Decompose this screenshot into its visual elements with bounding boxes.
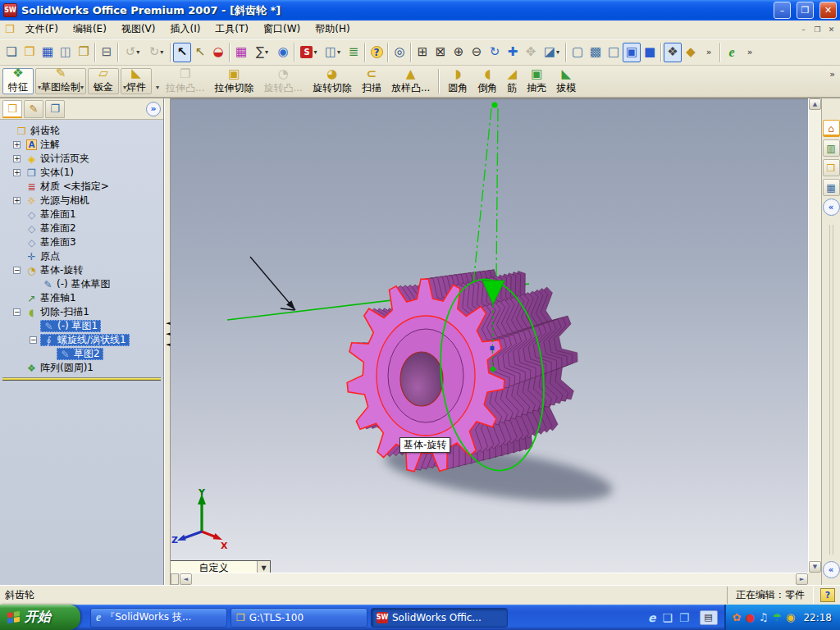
tab-features[interactable]: ❖ 特征 ▾ xyxy=(2,68,34,94)
revolved-cut-button[interactable]: ◕ 旋转切除 xyxy=(308,66,357,96)
taskbar-task-solidworks[interactable]: SW SolidWorks Offic... xyxy=(371,608,508,628)
tree-item[interactable]: ☼光源与相机 xyxy=(24,194,92,207)
featuremanager-tree-tab[interactable]: ❒ xyxy=(2,100,22,118)
lofted-boss-button[interactable]: ▲ 放样凸... xyxy=(386,66,435,96)
toolbar-overflow-button[interactable]: » ▾ xyxy=(741,43,759,62)
tree-item[interactable]: ≣材质 <未指定> xyxy=(24,180,112,193)
rollback-bar[interactable] xyxy=(2,377,161,381)
configurationmanager-tab[interactable]: ❐ xyxy=(45,100,65,118)
shadows-button[interactable]: ❖ ▾ xyxy=(664,43,682,62)
hidden-lines-removed-button[interactable]: □ ▾ xyxy=(605,43,623,62)
print-button[interactable]: ⊟ ▾ xyxy=(98,43,116,62)
graphics-viewport[interactable]: Y Z X 基体-旋转 自定义 ▼ xyxy=(171,98,808,573)
panel-splitter[interactable]: ◄◄◄ xyxy=(164,98,171,585)
chamfer-button[interactable]: ◖ 倒角 xyxy=(472,66,502,96)
tray-security-icon[interactable]: ● xyxy=(745,612,754,623)
drag-drop-palette-tab[interactable]: ▦ xyxy=(823,179,840,196)
command-manager-overflow-button[interactable]: » xyxy=(826,66,838,82)
tree-item-helix1[interactable]: − ∮螺旋线/涡状线1 xyxy=(0,333,163,347)
tree-item[interactable]: ◈设计活页夹 xyxy=(24,153,92,165)
tree-expander[interactable]: − xyxy=(13,267,21,274)
tree-item[interactable]: ✎草图2 xyxy=(57,348,103,360)
scroll-down-button[interactable]: ▼ xyxy=(809,561,821,573)
zoom-out-button[interactable]: ⊖ ▾ xyxy=(468,43,486,62)
section-view-button[interactable]: ◪ ▾ xyxy=(540,43,564,62)
traffic-light-button[interactable]: ◒ ▾ xyxy=(209,43,227,62)
new-document-button[interactable]: ❏ ▾ xyxy=(2,43,21,62)
zoom-in-out-button[interactable]: ⊕ ▾ xyxy=(450,43,468,62)
zoom-fit-button[interactable]: ⊠ ▾ xyxy=(431,43,450,62)
tree-item-origin[interactable]: ✛原点 xyxy=(0,249,163,263)
color-palette-button[interactable]: ▦ ▾ xyxy=(232,43,250,62)
tree-expander[interactable]: + xyxy=(13,197,21,204)
tree-item-lights-cameras[interactable]: + ☼光源与相机 xyxy=(0,194,163,208)
quick-tips-help-icon[interactable]: ? xyxy=(820,588,835,602)
menu-file[interactable]: 文件(F) xyxy=(18,21,66,38)
menu-edit[interactable]: 编辑(E) xyxy=(66,21,114,38)
rotate-view-button[interactable]: ↻ ▾ xyxy=(486,43,504,62)
tree-item[interactable]: ❖阵列(圆周)1 xyxy=(24,362,96,374)
tree-item[interactable]: ◖切除-扫描1 xyxy=(24,306,92,318)
tree-item[interactable]: A注解 xyxy=(24,139,62,151)
realview-button[interactable]: ◆ ▾ xyxy=(682,43,700,62)
quick-launch-app-icon[interactable]: ❐ xyxy=(679,612,690,623)
draft-button[interactable]: ◣ 拔模 xyxy=(551,66,581,96)
options-list-button[interactable]: ≣ ▾ xyxy=(345,43,363,62)
expand-panel-button[interactable]: » xyxy=(146,102,161,116)
tray-network-icon[interactable]: ◉ xyxy=(786,612,795,623)
tree-item[interactable]: ❐实体(1) xyxy=(24,167,76,179)
tree-item-design-binder[interactable]: + ◈设计活页夹 xyxy=(0,152,163,166)
tree-item-pattern-circular[interactable]: ❖阵列(圆周)1 xyxy=(0,361,163,375)
mdi-minimize-button[interactable]: – xyxy=(797,23,810,35)
menu-insert[interactable]: 插入(I) xyxy=(162,21,208,38)
rib-button[interactable]: ◢ 筋 xyxy=(502,66,522,96)
menu-help[interactable]: 帮助(H) xyxy=(308,21,357,38)
tray-antivirus-icon[interactable]: ✿ xyxy=(733,612,742,623)
tree-item[interactable]: ∮螺旋线/涡状线1 xyxy=(40,334,130,346)
combo-dropdown-icon[interactable]: ▼ xyxy=(257,561,270,573)
collapse-taskpane-bottom-button[interactable]: « xyxy=(823,561,840,578)
tree-item-plane1[interactable]: ◇基准面1 xyxy=(0,208,163,221)
help-button[interactable]: ? ▾ xyxy=(368,43,386,62)
menu-view[interactable]: 视图(V) xyxy=(114,21,163,38)
collapse-taskpane-button[interactable]: « xyxy=(823,199,840,216)
tree-expander[interactable]: + xyxy=(13,141,21,148)
design-library-tab[interactable]: ▥ xyxy=(823,139,840,157)
quick-launch-desktop-icon[interactable]: ❏ xyxy=(662,612,673,623)
hidden-lines-visible-button[interactable]: ▩ ▾ xyxy=(587,43,605,62)
tab-sheet-metal[interactable]: ▱ 钣金 ▾ xyxy=(88,68,119,94)
scroll-right-button[interactable]: ► xyxy=(796,573,808,585)
pan-button[interactable]: ✚ ▾ xyxy=(504,43,522,62)
scrollbar-split-handle[interactable] xyxy=(171,573,179,585)
toolbar-overflow-button[interactable]: » ▾ xyxy=(700,43,718,62)
propertymanager-tab[interactable]: ✎ xyxy=(24,100,43,118)
tree-expander[interactable]: + xyxy=(13,169,21,176)
solidworks-office-button[interactable]: S ▾ xyxy=(297,43,321,62)
horizontal-scrollbar[interactable]: ◄ ► xyxy=(171,573,808,585)
shaded-button[interactable]: ■ ▾ xyxy=(641,43,659,62)
wireframe-button[interactable]: ▢ ▾ xyxy=(568,43,587,62)
solidworks-resources-tab[interactable]: ⌂ xyxy=(823,120,840,137)
tree-expander[interactable]: + xyxy=(13,155,21,162)
minimize-button[interactable]: – xyxy=(774,2,791,19)
view-orientation-combo[interactable]: 自定义 ▼ xyxy=(171,560,271,573)
selection-filter-button[interactable]: ↖ ▾ xyxy=(191,43,209,62)
shell-button[interactable]: ▣ 抽壳 xyxy=(522,66,551,96)
language-bar-icon[interactable]: ▤ xyxy=(700,610,718,625)
tree-expander[interactable]: − xyxy=(13,308,21,316)
tree-item[interactable]: ✛原点 xyxy=(24,250,62,262)
menu-window[interactable]: 窗口(W) xyxy=(256,21,308,38)
tree-item-material[interactable]: ≣材质 <未指定> xyxy=(0,180,163,194)
tree-item-part-root[interactable]: ❒斜齿轮 xyxy=(0,124,163,138)
taskbar-task-folder[interactable]: ❒ G:\TLS-100 xyxy=(231,608,368,628)
tree-item[interactable]: ◇基准面1 xyxy=(24,208,79,221)
mdi-restore-button[interactable]: ❐ xyxy=(810,23,824,35)
tab-sketch[interactable]: ✎ 草图绘制 ▾ xyxy=(35,68,86,94)
tree-item-axis1[interactable]: ↗基准轴1 xyxy=(0,291,163,305)
tree-item[interactable]: ◔基体-旋转 xyxy=(24,264,85,276)
tree-item[interactable]: ❒斜齿轮 xyxy=(14,125,62,137)
quick-launch-ie-icon[interactable]: e xyxy=(648,612,656,623)
save-button[interactable]: ▦ ▾ xyxy=(39,43,57,62)
tree-item-cut-sweep1[interactable]: − ◖切除-扫描1 xyxy=(0,305,163,319)
zoom-to-selection-button[interactable]: ◎ ▾ xyxy=(390,43,409,62)
